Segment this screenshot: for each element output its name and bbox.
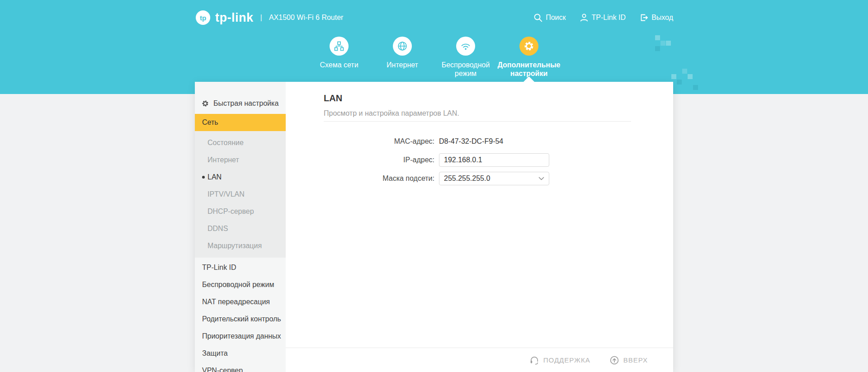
footer: ПОДДЕРЖКА ВВЕРХ: [286, 348, 673, 372]
page-subtitle: Просмотр и настройка параметров LAN.: [324, 109, 459, 117]
submenu-item-dhcp-server[interactable]: DHCP-сервер: [195, 203, 286, 220]
lan-settings-section: LAN Просмотр и настройка параметров LAN.…: [286, 82, 673, 348]
subtitle-divider: Просмотр и настройка параметров LAN.: [324, 104, 631, 122]
decor-pixel: [682, 69, 687, 74]
gear-icon: [523, 40, 535, 52]
back-to-top-button[interactable]: ВВЕРХ: [609, 355, 648, 365]
tplink-id-label: TP-Link ID: [592, 14, 626, 22]
sidebar-item-tplink-id[interactable]: TP-Link ID: [195, 259, 286, 276]
subnet-mask-select[interactable]: 255.255.255.0: [439, 172, 549, 185]
quick-setup-icon: [201, 99, 209, 108]
chevron-down-icon: [538, 177, 544, 180]
wifi-icon: [460, 40, 472, 52]
network-label: Сеть: [202, 118, 218, 127]
mac-address-value: D8-47-32-DC-F9-54: [439, 137, 503, 146]
decor-pixel: [677, 80, 682, 85]
mac-address-label: MAC-адрес:: [324, 137, 434, 146]
main-content: LAN Просмотр и настройка параметров LAN.…: [286, 82, 673, 372]
submenu-item-status[interactable]: Состояние: [195, 134, 286, 151]
globe-icon: [396, 40, 408, 52]
submenu-item-iptv-vlan[interactable]: IPTV/VLAN: [195, 186, 286, 203]
search-button[interactable]: Поиск: [533, 13, 566, 22]
main-nav: Схема сети Интернет: [195, 37, 673, 78]
tab-internet-circle: [393, 37, 412, 56]
search-icon: [533, 13, 542, 22]
brand: tp tp-link: [195, 9, 254, 26]
tab-advanced-settings[interactable]: Дополнительные настройки: [497, 37, 561, 78]
sidebar-item-wireless[interactable]: Беспроводной режим: [195, 276, 286, 293]
sidebar: Быстрая настройка Сеть Состояние Интерне…: [195, 82, 286, 372]
submenu-item-lan[interactable]: LAN: [195, 169, 286, 186]
active-tab-pointer: [524, 76, 534, 82]
ip-address-label: IP-адрес:: [324, 156, 434, 164]
logout-button[interactable]: Выход: [639, 13, 673, 22]
page: { "colors": { "brand_teal": "#47C6D9", "…: [0, 0, 868, 372]
network-map-icon: [333, 40, 345, 52]
sidebar-item-security[interactable]: Защита: [195, 345, 286, 362]
tab-network-map-label: Схема сети: [307, 61, 371, 69]
product-name: AX1500 Wi-Fi 6 Router: [269, 14, 344, 22]
sidebar-item-quick-setup[interactable]: Быстрая настройка: [195, 93, 286, 114]
tab-network-map-circle: [330, 37, 349, 56]
mac-address-row: MAC-адрес: D8-47-32-DC-F9-54: [324, 135, 673, 148]
tab-network-map[interactable]: Схема сети: [307, 37, 371, 78]
logout-icon: [639, 13, 648, 22]
tab-advanced-circle: [519, 37, 538, 56]
logout-label: Выход: [651, 14, 673, 22]
brand-separator: |: [260, 13, 262, 22]
tplink-id-button[interactable]: TP-Link ID: [580, 13, 626, 22]
tab-wireless[interactable]: Беспроводной режим: [434, 37, 497, 78]
support-label: ПОДДЕРЖКА: [543, 356, 590, 364]
ip-address-input[interactable]: [439, 153, 549, 167]
ip-address-row: IP-адрес:: [324, 153, 673, 167]
active-item-bullet: [202, 176, 205, 179]
topbar: tp tp-link | AX1500 Wi-Fi 6 Router Поиск: [195, 0, 673, 26]
app-header: tp tp-link | AX1500 Wi-Fi 6 Router Поиск: [0, 0, 868, 94]
submenu-item-internet[interactable]: Интернет: [195, 151, 286, 169]
sidebar-item-parental-controls[interactable]: Родительский контроль: [195, 311, 286, 328]
decor-pixel: [688, 74, 693, 79]
page-title: LAN: [324, 93, 673, 104]
support-button[interactable]: ПОДДЕРЖКА: [529, 355, 590, 365]
brand-wordmark: tp-link: [215, 11, 254, 25]
tab-advanced-label: Дополнительные настройки: [497, 61, 561, 78]
arrow-up-circle-icon: [609, 355, 619, 365]
content-panel: Быстрая настройка Сеть Состояние Интерне…: [195, 82, 673, 372]
headset-icon: [529, 355, 539, 365]
sidebar-item-qos[interactable]: Приоритезация данных: [195, 328, 286, 345]
search-label: Поиск: [546, 14, 566, 22]
sidebar-item-network[interactable]: Сеть: [195, 114, 286, 131]
lan-form: MAC-адрес: D8-47-32-DC-F9-54 IP-адрес: М…: [324, 135, 673, 185]
tab-wireless-circle: [456, 37, 475, 56]
quick-setup-label: Быстрая настройка: [213, 99, 278, 108]
person-icon: [580, 13, 589, 22]
submenu-item-routing[interactable]: Маршрутизация: [195, 237, 286, 254]
tplink-logo-icon: tp: [195, 9, 211, 26]
sidebar-lower-group: TP-Link ID Беспроводной режим NAT переад…: [195, 258, 286, 372]
sidebar-item-nat-forwarding[interactable]: NAT переадресация: [195, 293, 286, 311]
submenu-item-lan-label: LAN: [208, 173, 222, 181]
sidebar-item-vpn-server[interactable]: VPN-сервер: [195, 362, 286, 372]
back-to-top-label: ВВЕРХ: [623, 356, 648, 364]
subnet-mask-row: Маска подсети: 255.255.255.0: [324, 172, 673, 185]
tab-internet-label: Интернет: [371, 61, 434, 69]
tab-internet[interactable]: Интернет: [371, 37, 434, 78]
tab-wireless-label: Беспроводной режим: [434, 61, 497, 78]
subnet-mask-label: Маска подсети:: [324, 174, 434, 183]
svg-text:tp: tp: [200, 14, 206, 22]
network-submenu: Состояние Интернет LAN IPTV/VLAN DHCP-се…: [195, 131, 286, 258]
subnet-mask-value: 255.255.255.0: [444, 174, 490, 183]
submenu-item-ddns[interactable]: DDNS: [195, 220, 286, 237]
decor-pixel: [693, 85, 698, 90]
topbar-actions: Поиск TP-Link ID Выход: [533, 13, 673, 22]
